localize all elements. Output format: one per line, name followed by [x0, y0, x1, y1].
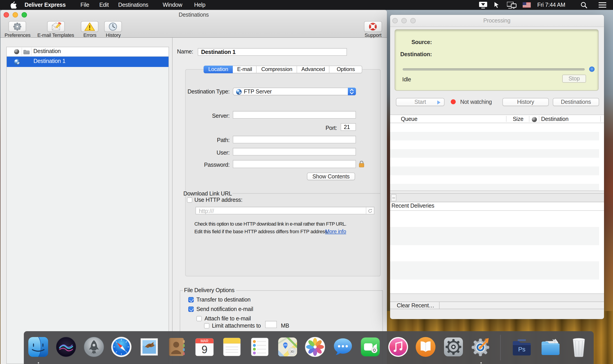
- svg-text:280: 280: [283, 343, 287, 346]
- svg-text:Ps: Ps: [518, 346, 526, 352]
- svg-text:MAR: MAR: [200, 339, 208, 343]
- svg-text:9: 9: [202, 343, 208, 355]
- svg-text:3D: 3D: [290, 350, 294, 353]
